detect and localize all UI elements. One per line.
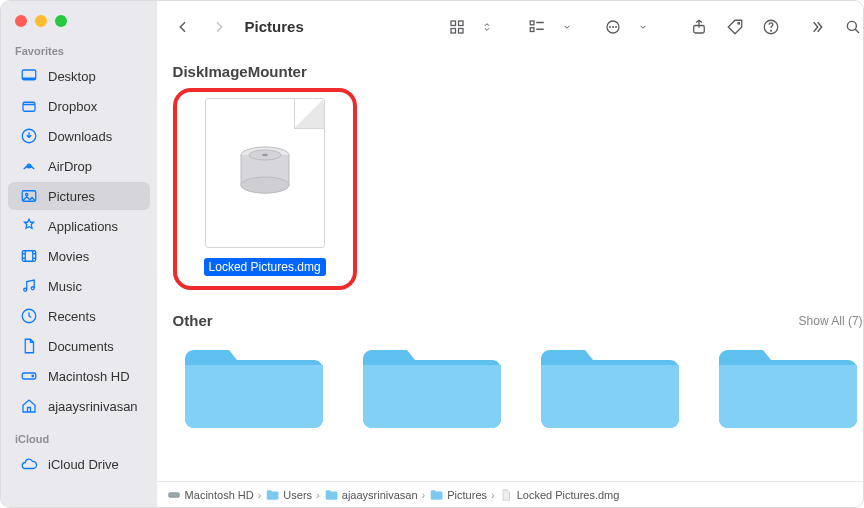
view-icons-button[interactable] — [443, 13, 471, 41]
download-icon — [20, 127, 38, 145]
clock-icon — [20, 307, 38, 325]
group-by-menu-button[interactable] — [553, 13, 581, 41]
path-crumb[interactable]: Macintosh HD — [167, 488, 254, 502]
path-crumb[interactable]: ajaaysrinivasan — [324, 488, 418, 502]
dog-ear-icon — [294, 99, 324, 129]
folder-icon — [429, 488, 443, 502]
sidebar-item-icloud-drive[interactable]: iCloud Drive — [8, 450, 150, 478]
crumb-label: Macintosh HD — [185, 489, 254, 501]
share-button[interactable] — [685, 13, 713, 41]
minimize-window-button[interactable] — [35, 15, 47, 27]
folder-item[interactable] — [357, 339, 507, 434]
music-icon — [20, 277, 38, 295]
toolbar-overflow-button[interactable] — [803, 13, 831, 41]
sidebar-item-movies[interactable]: Movies — [8, 242, 150, 270]
crumb-label: ajaaysrinivasan — [342, 489, 418, 501]
applications-icon — [20, 217, 38, 235]
sidebar-item-downloads[interactable]: Downloads — [8, 122, 150, 150]
back-button[interactable] — [169, 13, 197, 41]
movies-icon — [20, 247, 38, 265]
dmg-file-icon — [205, 98, 325, 248]
folder-item[interactable] — [535, 339, 685, 434]
annotation-highlight: Locked Pictures.dmg — [173, 88, 357, 290]
help-button[interactable] — [757, 13, 785, 41]
path-crumb[interactable]: Locked Pictures.dmg — [499, 488, 620, 502]
svg-rect-6 — [22, 251, 36, 262]
crumb-label: Pictures — [447, 489, 487, 501]
svg-point-7 — [24, 288, 27, 291]
sidebar-item-label: Macintosh HD — [48, 369, 130, 384]
crumb-label: Locked Pictures.dmg — [517, 489, 620, 501]
svg-point-20 — [612, 26, 613, 27]
main-area: Pictures DiskImageMounter — [157, 1, 864, 507]
path-crumb[interactable]: Users — [265, 488, 312, 502]
chevron-right-icon: › — [491, 489, 495, 501]
sidebar-item-label: Applications — [48, 219, 118, 234]
svg-point-23 — [737, 22, 739, 24]
svg-point-30 — [262, 154, 268, 156]
pictures-icon — [20, 187, 38, 205]
svg-point-21 — [615, 26, 616, 27]
sidebar-item-label: Dropbox — [48, 99, 97, 114]
action-menu-button[interactable] — [599, 13, 627, 41]
sidebar-item-label: ajaaysrinivasan — [48, 399, 138, 414]
path-bar: Macintosh HD › Users › ajaaysrinivasan ›… — [157, 481, 864, 507]
sidebar-item-pictures[interactable]: Pictures — [8, 182, 150, 210]
toolbar: Pictures — [157, 1, 864, 53]
folder-item[interactable] — [713, 339, 863, 434]
tags-button[interactable] — [721, 13, 749, 41]
file-item-locked-pictures[interactable]: Locked Pictures.dmg — [185, 98, 345, 276]
airdrop-icon — [20, 157, 38, 175]
action-menu-chevron[interactable] — [629, 13, 657, 41]
harddrive-icon — [20, 367, 38, 385]
svg-rect-17 — [530, 27, 534, 31]
svg-rect-15 — [458, 28, 463, 33]
svg-point-25 — [770, 30, 771, 31]
svg-point-8 — [31, 287, 34, 290]
svg-rect-13 — [458, 21, 463, 26]
sidebar-item-airdrop[interactable]: AirDrop — [8, 152, 150, 180]
svg-rect-14 — [451, 28, 456, 33]
view-switcher-button[interactable] — [473, 13, 501, 41]
folder-icon — [265, 488, 279, 502]
sidebar-item-label: Music — [48, 279, 82, 294]
svg-rect-16 — [530, 21, 534, 25]
file-icon — [499, 488, 513, 502]
sidebar-item-label: Pictures — [48, 189, 95, 204]
dropbox-icon — [20, 97, 38, 115]
show-all-button[interactable]: Show All (7) — [799, 314, 863, 328]
folder-icon — [324, 488, 338, 502]
window-title: Pictures — [245, 18, 304, 35]
sidebar-item-documents[interactable]: Documents — [8, 332, 150, 360]
folder-item[interactable] — [179, 339, 329, 434]
chevron-right-icon: › — [258, 489, 262, 501]
sidebar-item-macintosh-hd[interactable]: Macintosh HD — [8, 362, 150, 390]
content-area: DiskImageMounter Locked Pictures.dmg — [157, 53, 864, 481]
svg-point-28 — [241, 177, 289, 193]
sidebar-item-home[interactable]: ajaaysrinivasan — [8, 392, 150, 420]
document-icon — [20, 337, 38, 355]
svg-rect-31 — [168, 492, 179, 497]
sidebar-heading-favorites: Favorites — [1, 41, 157, 61]
sidebar-item-applications[interactable]: Applications — [8, 212, 150, 240]
cloud-icon — [20, 455, 38, 473]
sidebar-item-label: Movies — [48, 249, 89, 264]
section-heading-other: Other — [173, 312, 213, 329]
search-button[interactable] — [839, 13, 864, 41]
sidebar-item-label: Recents — [48, 309, 96, 324]
folder-grid — [173, 339, 863, 434]
sidebar-item-label: Documents — [48, 339, 114, 354]
forward-button[interactable] — [205, 13, 233, 41]
sidebar-item-dropbox[interactable]: Dropbox — [8, 92, 150, 120]
sidebar-item-music[interactable]: Music — [8, 272, 150, 300]
zoom-window-button[interactable] — [55, 15, 67, 27]
svg-rect-1 — [23, 102, 35, 111]
sidebar-item-recents[interactable]: Recents — [8, 302, 150, 330]
svg-point-19 — [609, 26, 610, 27]
close-window-button[interactable] — [15, 15, 27, 27]
crumb-label: Users — [283, 489, 312, 501]
group-by-button[interactable] — [523, 13, 551, 41]
svg-point-26 — [847, 21, 856, 30]
path-crumb[interactable]: Pictures — [429, 488, 487, 502]
sidebar-item-desktop[interactable]: Desktop — [8, 62, 150, 90]
